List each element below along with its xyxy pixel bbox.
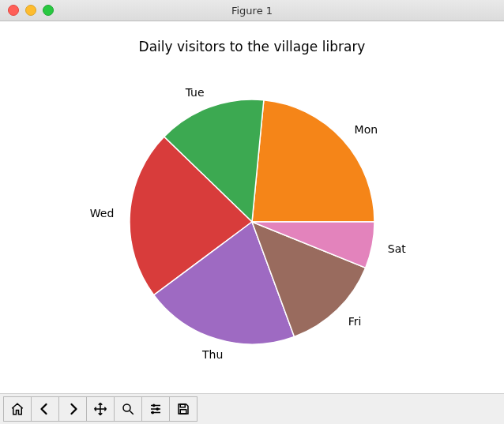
close-icon[interactable]	[8, 5, 19, 16]
sliders-icon	[149, 402, 163, 416]
svg-point-3	[152, 411, 154, 414]
zoom-button[interactable]	[114, 396, 142, 422]
move-icon	[93, 402, 107, 416]
magnifier-icon	[121, 402, 135, 416]
svg-rect-5	[180, 410, 186, 414]
pie-chart: MonTueWedThuFriSat	[86, 56, 418, 388]
figure-canvas: Daily visitors to the village library Mo…	[0, 21, 504, 393]
pie-label-wed: Wed	[90, 207, 115, 220]
forward-button[interactable]	[58, 396, 87, 422]
chart-title: Daily visitors to the village library	[0, 39, 504, 54]
maximize-icon[interactable]	[43, 5, 54, 16]
pan-button[interactable]	[86, 396, 115, 422]
home-icon	[10, 402, 24, 416]
pie-label-mon: Mon	[355, 123, 378, 136]
pie-slice-mon	[252, 100, 374, 222]
arrow-left-icon	[38, 402, 52, 416]
pie-label-tue: Tue	[186, 86, 205, 99]
configure-button[interactable]	[141, 396, 170, 422]
pie-label-sat: Sat	[388, 242, 406, 255]
svg-point-1	[152, 404, 155, 407]
svg-rect-4	[180, 404, 185, 407]
minimize-icon[interactable]	[25, 5, 36, 16]
svg-point-0	[123, 404, 130, 411]
pie-svg	[86, 56, 418, 388]
pie-label-thu: Thu	[202, 348, 223, 361]
pie-label-fri: Fri	[348, 315, 362, 328]
save-icon	[176, 402, 190, 416]
window-title: Figure 1	[0, 5, 504, 17]
back-button[interactable]	[31, 396, 59, 422]
app-window: Figure 1 Daily visitors to the village l…	[0, 0, 504, 424]
svg-point-2	[156, 408, 159, 411]
figure-toolbar	[0, 393, 504, 424]
titlebar: Figure 1	[0, 0, 504, 21]
home-button[interactable]	[3, 396, 32, 422]
window-controls	[8, 5, 54, 16]
arrow-right-icon	[66, 402, 80, 416]
save-button[interactable]	[169, 396, 197, 422]
